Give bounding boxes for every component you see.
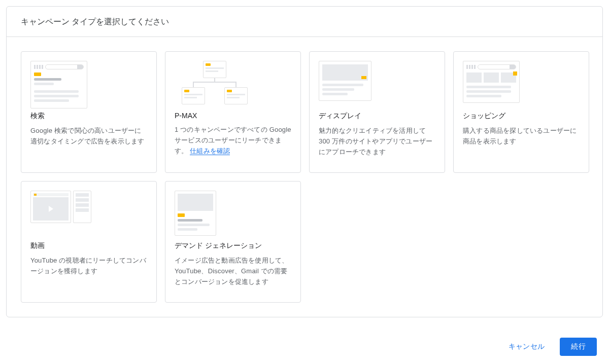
card-title: デマンド ジェネレーション: [175, 241, 291, 250]
search-icon: [478, 64, 516, 69]
ad-badge-icon: [501, 72, 516, 83]
card-desc: イメージ広告と動画広告を使用して、YouTube、Discover、Gmail …: [175, 256, 291, 287]
media-placeholder-icon: [178, 194, 213, 211]
ad-badge-icon: [34, 72, 41, 76]
campaign-card-shopping[interactable]: ショッピング 購入する商品を探しているユーザーに商品を表示します: [453, 51, 589, 173]
panel-body: 検索 Google 検索で関心の高いユーザーに適切なタイミングで広告を表示します: [7, 37, 602, 317]
card-title: 動画: [30, 241, 147, 250]
campaign-card-display[interactable]: ディスプレイ 魅力的なクリエイティブを活用して 300 万件のサイトやアプリでユ…: [309, 51, 445, 173]
card-title: ディスプレイ: [319, 112, 435, 121]
play-icon: [33, 197, 69, 221]
card-title: P-MAX: [175, 112, 291, 120]
search-icon: [45, 64, 84, 69]
pmax-illustration: [175, 61, 291, 105]
card-title: ショッピング: [463, 112, 580, 121]
card-desc: 1 つのキャンペーンですべての Google サービスのユーザーにリーチできます…: [175, 125, 291, 156]
campaign-type-panel: キャンペーン タイプを選択してください: [6, 6, 603, 317]
pmax-learn-more-link[interactable]: 仕組みを確認: [190, 147, 230, 155]
card-desc: 購入する商品を探しているユーザーに商品を表示します: [463, 126, 580, 147]
campaign-card-pmax[interactable]: P-MAX 1 つのキャンペーンですべての Google サービスのユーザーにリ…: [165, 51, 301, 173]
search-illustration: [30, 61, 147, 105]
continue-button[interactable]: 続行: [560, 338, 597, 356]
card-desc: 魅力的なクリエイティブを活用して 300 万件のサイトやアプリでユーザーにアプロ…: [319, 126, 435, 157]
campaign-card-video[interactable]: 動画 YouTube の視聴者にリーチしてコンバージョンを獲得します: [21, 181, 157, 303]
footer-actions: キャンセル 続行: [497, 338, 597, 356]
ad-badge-icon: [178, 213, 185, 217]
card-desc: Google 検索で関心の高いユーザーに適切なタイミングで広告を表示します: [30, 126, 147, 147]
panel-title: キャンペーン タイプを選択してください: [7, 7, 602, 37]
card-desc: YouTube の視聴者にリーチしてコンバージョンを獲得します: [30, 256, 147, 277]
video-illustration: [30, 191, 147, 235]
demand-gen-illustration: [175, 191, 291, 235]
card-title: 検索: [30, 112, 147, 121]
campaign-card-demand-gen[interactable]: デマンド ジェネレーション イメージ広告と動画広告を使用して、YouTube、D…: [165, 181, 301, 303]
campaign-card-search[interactable]: 検索 Google 検索で関心の高いユーザーに適切なタイミングで広告を表示します: [21, 51, 157, 173]
banner-ad-icon: [322, 64, 368, 81]
campaign-type-cards: 検索 Google 検索で関心の高いユーザーに適切なタイミングで広告を表示します: [21, 51, 588, 303]
shopping-illustration: [463, 61, 580, 105]
display-illustration: [319, 61, 435, 105]
cancel-button[interactable]: キャンセル: [497, 338, 556, 356]
